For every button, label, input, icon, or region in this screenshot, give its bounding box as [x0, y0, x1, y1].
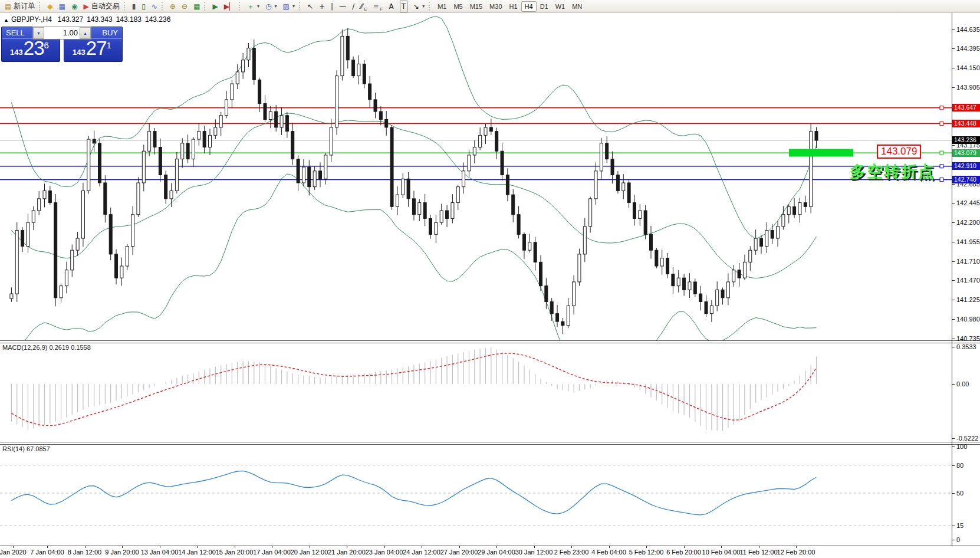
volume-decrease-button[interactable]: ▼	[33, 27, 44, 39]
toolbar-separator	[204, 2, 207, 11]
timeframe-m1[interactable]: M1	[434, 1, 450, 12]
new-order-icon: ▤	[5, 1, 11, 12]
volume-box: ▼ 1.00 ▲	[32, 27, 91, 40]
line-handle[interactable]	[940, 122, 943, 125]
indicators-list-button[interactable]: ＋▾	[244, 1, 262, 12]
price-tick-label: 140.735	[956, 335, 980, 342]
price-level-chip: 143.079	[952, 149, 980, 157]
navigator-button[interactable]: ◉	[68, 1, 80, 12]
periods-icon: ◷	[265, 1, 271, 12]
rsi-tick	[952, 447, 955, 447]
market-watch-icon: ▦	[59, 1, 65, 12]
price-callout-label[interactable]: 143.079	[877, 145, 921, 159]
volume-increase-button[interactable]: ▲	[80, 27, 91, 39]
time-label: 17 Jan 04:00	[253, 549, 291, 556]
templates-icon: ▧	[283, 1, 290, 12]
toolbar-separator	[299, 2, 302, 11]
zoom-out-icon: ⊖	[182, 1, 188, 12]
time-label: 14 Jan 12:00	[178, 549, 216, 556]
text-label-tool-button[interactable]: T	[397, 1, 410, 12]
trendline-tool-button[interactable]: /	[349, 1, 357, 12]
timeframe-w1[interactable]: W1	[552, 1, 569, 12]
zoom-out-button[interactable]: ⊖	[179, 1, 190, 12]
timeframe-m5[interactable]: M5	[450, 1, 466, 12]
chart-bars-button[interactable]: ▮	[129, 1, 139, 12]
timeframe-h4[interactable]: H4	[521, 1, 537, 12]
arrows-tool-icon: ↘	[413, 1, 419, 12]
highlight-rectangle[interactable]	[789, 149, 853, 157]
price-tick	[952, 319, 955, 320]
price-tick-label: 142.200	[956, 219, 980, 226]
fibonacci-tool-button[interactable]: ≡F	[370, 1, 386, 12]
dropdown-caret-icon: ▾	[275, 4, 277, 9]
timeframe-d1[interactable]: D1	[537, 1, 552, 12]
rsi-tick	[952, 493, 955, 494]
tile-windows-icon: ▦	[193, 1, 200, 12]
arrows-tool-button[interactable]: ↘▾	[410, 1, 427, 12]
autotrading-button[interactable]: ▶自动交易	[80, 1, 122, 12]
timeframe-h1[interactable]: H1	[506, 1, 521, 12]
rsi-tick-label: 50	[956, 490, 963, 497]
price-tick-label: 143.905	[956, 84, 980, 91]
candles	[10, 28, 818, 334]
volume-input[interactable]: 1.00	[44, 27, 80, 39]
macd-pane	[0, 343, 980, 442]
line-handle[interactable]	[940, 178, 943, 182]
price-tick	[952, 87, 955, 88]
time-axis-border	[0, 546, 980, 546]
cursor-button[interactable]: ↖	[304, 1, 316, 12]
metaeditor-button[interactable]: ◆	[44, 1, 55, 12]
annotation-text[interactable]: 多空转折点	[850, 161, 935, 182]
price-tick	[952, 203, 955, 203]
price-tick	[952, 280, 955, 281]
toolbar-separator	[429, 2, 432, 11]
market-watch-button[interactable]: ▦	[56, 1, 68, 12]
macd-tick-label: 0.3533	[956, 343, 976, 350]
time-tick	[571, 546, 572, 548]
line-handle[interactable]	[940, 106, 943, 110]
horizontal-line-tool-button[interactable]: —	[336, 1, 349, 12]
price-tick-label: 144.395	[956, 45, 980, 52]
macd-tick	[952, 347, 955, 347]
macd-tick-label: -0.5222	[956, 435, 978, 442]
templates-button[interactable]: ▧▾	[280, 1, 298, 12]
line-handle[interactable]	[940, 151, 943, 155]
auto-scroll-button[interactable]: ▶	[209, 1, 221, 12]
toolbar-separator	[162, 2, 165, 11]
chart-bars-icon: ▮	[132, 1, 136, 12]
bid-price-chip: 143.236	[952, 136, 980, 144]
time-label: 20 Jan 12:00	[291, 549, 328, 556]
time-tick	[609, 546, 610, 548]
new-order-button[interactable]: ▤新订单	[2, 1, 38, 12]
time-label: 24 Jan 12:00	[403, 549, 440, 556]
vertical-line-tool-icon: |	[331, 1, 333, 12]
line-handle[interactable]	[940, 165, 943, 168]
rsi-tick-label: 80	[956, 462, 963, 469]
time-tick	[496, 546, 497, 548]
price-level-chip: 142.740	[952, 176, 980, 183]
time-label: 8 Jan 12:00	[68, 549, 102, 556]
chart-line-button[interactable]: ∿	[149, 1, 160, 12]
vertical-line-tool-button[interactable]: |	[328, 1, 336, 12]
toolbar-separator	[239, 2, 242, 11]
fibonacci-tool-icon: ≡	[373, 1, 379, 12]
toolbar-separator	[39, 2, 42, 11]
equidistant-channel-tool-button[interactable]: ⁄⁄E	[357, 1, 370, 12]
time-tick	[13, 546, 14, 548]
crosshair-button[interactable]: +	[316, 1, 328, 12]
timeframe-mn[interactable]: MN	[568, 1, 586, 12]
timeframe-m15[interactable]: M15	[466, 1, 486, 12]
text-tool-icon: A	[389, 1, 394, 12]
timeframe-m30[interactable]: M30	[486, 1, 505, 12]
time-tick	[197, 546, 198, 548]
time-label: 9 Jan 20:00	[105, 549, 139, 556]
zoom-in-button[interactable]: ⊕	[167, 1, 179, 12]
time-label: 21 Jan 20:00	[328, 549, 366, 556]
periods-button[interactable]: ◷▾	[262, 1, 280, 12]
chart-shift-button[interactable]: ▶▏	[221, 1, 238, 12]
chart-candles-button[interactable]: ▯	[139, 1, 149, 12]
equidistant-channel-tool-icon: ⁄⁄	[360, 1, 363, 12]
text-tool-button[interactable]: A	[386, 1, 397, 12]
price-tick	[952, 300, 955, 300]
tile-windows-button[interactable]: ▦	[190, 1, 203, 12]
